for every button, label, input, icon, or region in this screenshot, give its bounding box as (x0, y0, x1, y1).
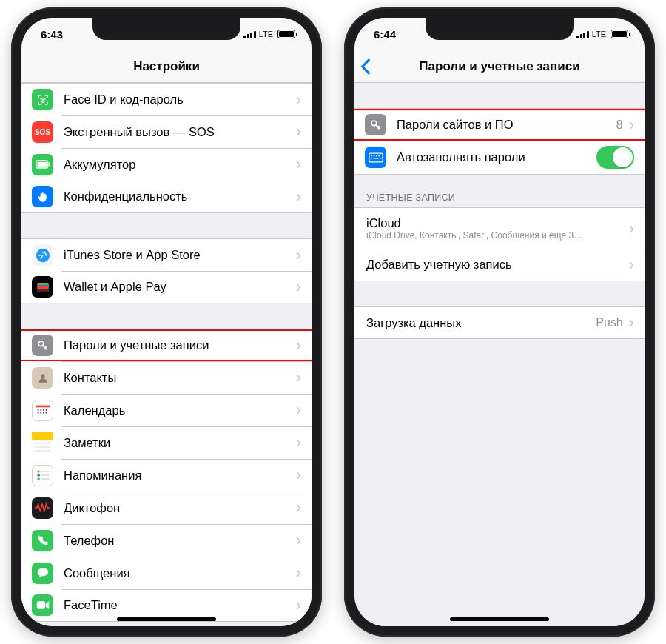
autofill-toggle[interactable] (596, 146, 634, 169)
password-count: 8 (616, 118, 623, 132)
row-notes[interactable]: Заметки › (21, 426, 312, 459)
label: Wallet и Apple Pay (64, 280, 290, 294)
nav-bar: Настройки (21, 50, 312, 83)
passwords-content[interactable]: Пароли сайтов и ПО 8 › Автозаполнять пар… (354, 83, 645, 626)
label: Контакты (64, 371, 290, 385)
row-icloud-account[interactable]: iCloud iCloud Drive, Контакты, Safari, С… (354, 207, 645, 249)
facetime-icon (32, 594, 53, 616)
chevron-right-icon: › (296, 124, 301, 140)
screen-right: 6:44 LTE Пароли и учетные записи Пароли … (354, 18, 645, 626)
status-carrier: LTE (592, 30, 606, 38)
signal-icon (576, 30, 589, 38)
label: iCloud (366, 216, 623, 230)
chevron-right-icon: › (296, 532, 301, 549)
svg-rect-42 (380, 158, 381, 159)
label: Календарь (64, 403, 290, 417)
phone-icon (32, 530, 53, 551)
svg-rect-13 (36, 406, 49, 408)
group-password-options: Пароли сайтов и ПО 8 › Автозаполнять пар… (354, 108, 645, 175)
svg-rect-14 (37, 409, 38, 411)
label: Загрузка данных (366, 316, 590, 330)
chevron-right-icon: › (296, 500, 301, 516)
sublabel: iCloud Drive, Контакты, Safari, Сообщени… (366, 230, 623, 241)
label: Пароли и учетные записи (64, 338, 290, 352)
row-battery[interactable]: Аккумулятор › (21, 148, 312, 181)
chevron-right-icon: › (296, 369, 301, 386)
group-accounts: УЧЕТНЫЕ ЗАПИСИ iCloud iCloud Drive, Конт… (354, 188, 645, 281)
row-contacts[interactable]: Контакты › (21, 361, 312, 394)
chevron-right-icon: › (296, 156, 301, 172)
label: Заметки (64, 436, 290, 450)
settings-group-accounts: Пароли и учетные записи › Контакты › Кал… (21, 329, 312, 622)
svg-rect-4 (37, 162, 47, 167)
row-phone[interactable]: Телефон › (21, 524, 312, 557)
chevron-right-icon: › (296, 597, 301, 614)
row-faceid[interactable]: Face ID и код-пароль › (21, 83, 312, 115)
chevron-right-icon: › (296, 92, 301, 108)
label: Автозаполнять пароли (397, 150, 596, 164)
group-fetch: Загрузка данных Push › (354, 306, 645, 339)
messages-icon (32, 563, 53, 584)
screen-left: 6:43 LTE Настройки Face ID и код-пароль … (21, 18, 312, 626)
svg-rect-3 (48, 163, 50, 167)
phone-left: 6:43 LTE Настройки Face ID и код-пароль … (11, 7, 322, 637)
row-fetch-data[interactable]: Загрузка данных Push › (354, 306, 645, 339)
label: Телефон (64, 534, 290, 548)
accounts-header: УЧЕТНЫЕ ЗАПИСИ (354, 188, 645, 207)
label: Конфиденциальность (64, 189, 290, 204)
home-indicator[interactable] (117, 617, 216, 621)
svg-rect-18 (37, 412, 38, 414)
row-passwords-accounts[interactable]: Пароли и учетные записи › (21, 329, 312, 361)
chevron-right-icon: › (296, 279, 301, 295)
chevron-right-icon: › (296, 247, 301, 264)
chevron-right-icon: › (629, 315, 634, 331)
voice-memos-icon (32, 497, 53, 519)
chevron-right-icon: › (629, 221, 634, 237)
battery-icon (278, 30, 295, 38)
label: Сообщения (64, 566, 290, 580)
settings-group-security: Face ID и код-пароль › SOS Экстренный вы… (21, 83, 312, 213)
status-right: LTE (243, 30, 295, 38)
row-messages[interactable]: Сообщения › (21, 557, 312, 589)
row-reminders[interactable]: Напоминания › (21, 459, 312, 492)
svg-rect-10 (37, 285, 48, 289)
svg-rect-41 (373, 158, 378, 159)
svg-rect-15 (40, 409, 41, 411)
svg-point-12 (41, 374, 44, 378)
row-sos[interactable]: SOS Экстренный вызов — SOS › (21, 115, 312, 148)
row-voice-memos[interactable]: Диктофон › (21, 492, 312, 524)
svg-rect-20 (43, 412, 44, 414)
back-button[interactable] (360, 50, 371, 82)
notes-icon (32, 432, 53, 454)
faceid-icon (32, 89, 53, 110)
battery-icon (610, 30, 628, 38)
signal-icon (243, 30, 256, 38)
chevron-right-icon: › (296, 467, 301, 483)
reminders-icon (32, 465, 53, 486)
row-add-account[interactable]: Добавить учетную запись › (354, 249, 645, 281)
svg-rect-19 (40, 412, 41, 414)
label: Напоминания (64, 469, 290, 483)
row-autofill-passwords[interactable]: Автозаполнять пароли (354, 141, 645, 175)
row-privacy[interactable]: Конфиденциальность › (21, 181, 312, 213)
row-calendar[interactable]: Календарь › (21, 394, 312, 426)
label: iTunes Store и App Store (64, 248, 290, 262)
row-appstore[interactable]: iTunes Store и App Store › (21, 238, 312, 271)
key-icon (365, 114, 386, 135)
status-time: 6:44 (374, 28, 396, 41)
calendar-icon (32, 400, 53, 421)
settings-content[interactable]: Face ID и код-пароль › SOS Экстренный вы… (21, 83, 312, 626)
row-site-passwords[interactable]: Пароли сайтов и ПО 8 › (354, 108, 645, 141)
fetch-value: Push (596, 316, 622, 329)
home-indicator[interactable] (450, 617, 549, 621)
svg-rect-40 (371, 158, 372, 159)
svg-rect-36 (371, 155, 372, 156)
key-icon (32, 335, 53, 356)
notch (92, 18, 240, 40)
label: FaceTime (64, 598, 290, 612)
keyboard-icon (365, 147, 386, 168)
svg-rect-16 (43, 409, 44, 411)
wallet-icon (32, 276, 53, 298)
svg-rect-39 (378, 155, 380, 156)
row-wallet[interactable]: Wallet и Apple Pay › (21, 271, 312, 303)
